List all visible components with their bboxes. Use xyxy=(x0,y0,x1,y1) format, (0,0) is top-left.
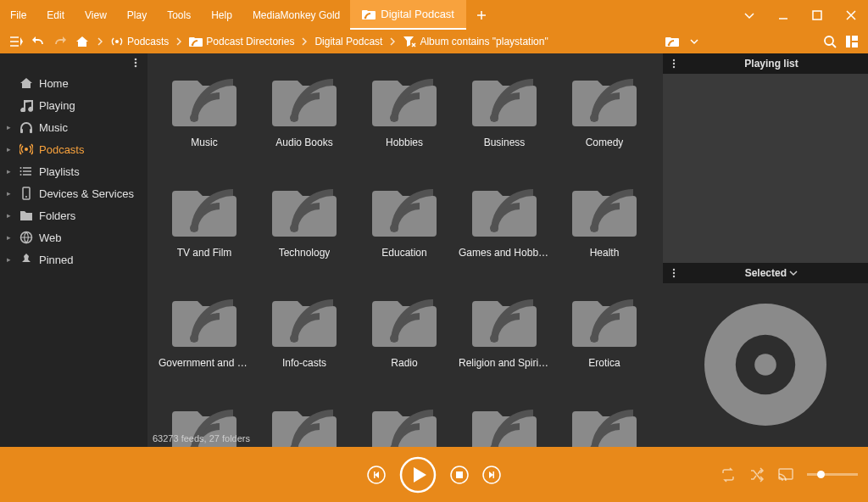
tab-digital-podcast[interactable]: Digital Podcast xyxy=(350,0,466,30)
sidebar-item-folders[interactable]: ▸Folders xyxy=(0,204,147,226)
volume-slider[interactable] xyxy=(807,473,858,476)
more-icon[interactable] xyxy=(670,59,678,69)
repeat-button[interactable] xyxy=(721,467,736,482)
folder-label: Technology xyxy=(279,247,331,259)
prev-button[interactable] xyxy=(367,466,386,484)
svg-point-16 xyxy=(20,174,22,176)
main-view: MusicAudio BooksHobbiesBusinessComedyTV … xyxy=(147,53,663,447)
panel-icon xyxy=(9,35,23,48)
folder-item[interactable]: Music xyxy=(154,62,254,172)
next-button[interactable] xyxy=(482,466,501,484)
folder-item[interactable]: Business xyxy=(454,62,554,172)
selected-header[interactable]: Selected xyxy=(663,263,868,283)
folder-item[interactable]: TV and Film xyxy=(154,172,254,282)
folder-item[interactable]: Erotica xyxy=(554,282,654,393)
more-icon[interactable] xyxy=(131,58,141,68)
sidebar-item-label: Home xyxy=(39,77,69,90)
menu-edit[interactable]: Edit xyxy=(36,0,75,30)
device-icon xyxy=(19,187,34,200)
folder-item[interactable]: Radio xyxy=(354,282,454,393)
svg-point-24 xyxy=(673,271,675,273)
breadcrumb-podcasts[interactable]: Podcasts xyxy=(108,30,170,53)
shuffle-button[interactable] xyxy=(749,467,765,482)
folder-rss-icon xyxy=(665,35,679,48)
undo-button[interactable] xyxy=(29,32,47,51)
sidebar-item-label: Devices & Services xyxy=(39,187,134,200)
folder-item[interactable]: Games and Hobbies xyxy=(454,172,554,282)
svg-rect-5 xyxy=(846,36,850,47)
folder-item[interactable] xyxy=(354,393,454,447)
breadcrumb-digital[interactable]: Digital Podcast xyxy=(313,30,384,53)
folder-rss-icon xyxy=(570,69,638,128)
expand-icon: ▸ xyxy=(3,123,14,131)
breadcrumb-filter[interactable]: Album contains "playstation" xyxy=(401,30,549,53)
folder-item[interactable]: Education xyxy=(354,172,454,282)
folder-item[interactable]: Government and Organizations xyxy=(154,282,254,393)
redo-button[interactable] xyxy=(51,32,70,51)
selected-body xyxy=(663,283,868,447)
menu-file[interactable]: File xyxy=(0,0,36,30)
folder-item[interactable]: Technology xyxy=(254,172,354,282)
search-button[interactable] xyxy=(821,32,839,51)
sidebar-item-devices-services[interactable]: ▸Devices & Services xyxy=(0,182,147,204)
folder-item[interactable]: Hobbies xyxy=(354,62,454,172)
stop-button[interactable] xyxy=(450,466,469,484)
svg-point-8 xyxy=(135,59,137,61)
folder-item[interactable]: Health xyxy=(554,172,654,282)
folder-item[interactable] xyxy=(454,393,554,447)
minimize-button[interactable] xyxy=(766,0,800,30)
sidebar-item-label: Playing xyxy=(39,99,75,112)
folder-item[interactable]: Religion and Spirituality xyxy=(454,282,554,393)
folder-label: TV and Film xyxy=(177,247,232,259)
volume-handle[interactable] xyxy=(817,471,825,478)
close-button[interactable] xyxy=(834,0,868,30)
folder-grid: MusicAudio BooksHobbiesBusinessComedyTV … xyxy=(154,62,663,447)
folder-label: Radio xyxy=(391,357,417,369)
folder-rss-icon xyxy=(170,179,238,238)
svg-rect-12 xyxy=(30,129,32,133)
headphones-icon xyxy=(19,120,34,134)
folder-item[interactable] xyxy=(254,393,354,447)
cast-button[interactable] xyxy=(778,467,793,482)
expand-icon: ▸ xyxy=(3,211,14,220)
breadcrumb-directories[interactable]: Podcast Directories xyxy=(187,30,296,53)
collapse-button[interactable] xyxy=(732,0,766,30)
sidebar-item-pinned[interactable]: ▸Pinned xyxy=(0,248,147,271)
svg-point-13 xyxy=(25,148,28,151)
sidebar-item-podcasts[interactable]: ▸Podcasts xyxy=(0,138,147,160)
folder-item[interactable]: Info-casts xyxy=(254,282,354,393)
skip-next-icon xyxy=(482,466,501,484)
view-mode-button[interactable] xyxy=(663,32,682,51)
sidebar-item-home[interactable]: Home xyxy=(0,72,147,94)
maximize-button[interactable] xyxy=(800,0,834,30)
menu-tools[interactable]: Tools xyxy=(157,0,201,30)
folder-item[interactable]: Comedy xyxy=(554,62,654,172)
search-icon xyxy=(823,35,837,48)
svg-point-28 xyxy=(754,354,776,376)
playing-list-header[interactable]: Playing list xyxy=(663,53,868,74)
globe-icon xyxy=(19,231,34,244)
expand-icon: ▸ xyxy=(3,145,14,153)
folder-item[interactable] xyxy=(554,393,654,447)
folder-item[interactable]: Audio Books xyxy=(254,62,354,172)
tab-add-button[interactable] xyxy=(466,0,497,30)
more-icon[interactable] xyxy=(670,268,678,278)
sidebar-item-music[interactable]: ▸Music xyxy=(0,116,147,138)
sidebar-item-playing[interactable]: Playing xyxy=(0,94,147,116)
menu-view[interactable]: View xyxy=(75,0,117,30)
home-button[interactable] xyxy=(73,32,92,51)
folder-icon xyxy=(19,209,34,222)
panel-toggle-button[interactable] xyxy=(7,32,25,51)
sidebar-item-web[interactable]: ▸Web xyxy=(0,226,147,248)
svg-rect-32 xyxy=(456,471,463,478)
folder-label: Audio Books xyxy=(275,137,332,148)
folder-rss-icon xyxy=(370,69,438,128)
menu-play[interactable]: Play xyxy=(117,0,157,30)
view-dropdown-button[interactable] xyxy=(685,32,704,51)
sidebar-item-playlists[interactable]: ▸Playlists xyxy=(0,160,147,182)
playing-list-body[interactable] xyxy=(663,74,868,263)
layout-button[interactable] xyxy=(843,32,861,51)
menu-help[interactable]: Help xyxy=(201,0,242,30)
repeat-icon xyxy=(721,467,736,482)
play-button[interactable] xyxy=(399,456,437,494)
